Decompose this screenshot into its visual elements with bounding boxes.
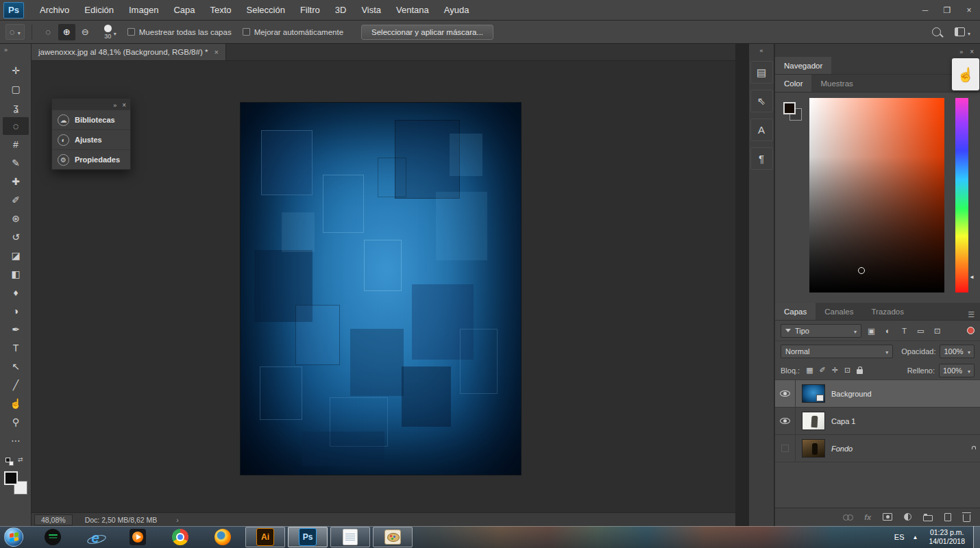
tab-muestras[interactable]: Muestras xyxy=(811,75,861,92)
swap-colors-icon[interactable]: ⇄ xyxy=(18,456,23,463)
collapse-panel-icon[interactable] xyxy=(113,98,117,110)
layer-filter-type-select[interactable]: Tipo xyxy=(781,324,861,338)
tab-trazados[interactable]: Trazados xyxy=(862,303,913,320)
dock-collapse-header[interactable] xyxy=(749,44,774,55)
layer-name[interactable]: Fondo xyxy=(831,445,853,453)
taskbar-clock[interactable]: 01:23 p.m. 14/01/2018 xyxy=(929,528,965,546)
brush-tool[interactable]: ✐ xyxy=(3,191,29,209)
hand-gesture-icon[interactable]: ☝ xyxy=(952,58,979,90)
workspace-switcher[interactable] xyxy=(955,26,970,38)
collections-panel-icon[interactable]: ▤ xyxy=(750,61,773,84)
menu-archivo[interactable]: Archivo xyxy=(32,0,77,21)
opacity-field[interactable]: 100% xyxy=(940,345,975,358)
tab-close-icon[interactable]: × xyxy=(214,48,218,56)
line-tool[interactable]: ╱ xyxy=(3,376,29,394)
close-button[interactable]: × xyxy=(958,0,980,20)
menu-ventana[interactable]: Ventana xyxy=(389,0,437,21)
taskbar-photoshop[interactable]: Ps xyxy=(288,527,328,547)
menu-imagen[interactable]: Imagen xyxy=(121,0,166,21)
blend-mode-select[interactable]: Normal xyxy=(781,345,893,358)
collapse-toolbar-icon[interactable] xyxy=(4,47,8,53)
move-tool[interactable]: ✛ xyxy=(3,62,29,79)
type-tool[interactable]: T xyxy=(3,339,29,357)
foreground-color-swatch[interactable] xyxy=(4,471,18,485)
crop-tool[interactable]: # xyxy=(3,136,29,153)
status-chevron-icon[interactable]: › xyxy=(176,516,179,524)
link-layers-icon[interactable] xyxy=(843,514,853,520)
new-layer-icon[interactable] xyxy=(944,513,951,521)
character-panel-icon[interactable]: A xyxy=(750,119,773,141)
document-tab[interactable]: jawenoxxx.jpg al 48,1% (Background, RGB/… xyxy=(32,44,226,60)
layer-row-capa1[interactable]: Capa 1 xyxy=(775,408,980,435)
add-to-selection-mode-button[interactable]: ⊕ xyxy=(58,24,75,40)
healing-brush-tool[interactable]: ✚ xyxy=(3,173,29,190)
hue-slider[interactable] xyxy=(955,98,968,292)
lock-image-pixels-icon[interactable]: ✐ xyxy=(820,366,826,374)
paragraph-panel-icon[interactable]: ¶ xyxy=(750,147,773,170)
lock-all-icon[interactable] xyxy=(857,369,863,374)
close-dock-icon[interactable] xyxy=(970,45,974,57)
lock-transparent-pixels-icon[interactable]: ▦ xyxy=(806,366,813,374)
tool-preset-picker[interactable]: ◌ xyxy=(5,24,25,40)
collapse-dock-icon[interactable] xyxy=(959,45,963,57)
add-layer-mask-icon[interactable] xyxy=(883,513,892,521)
panel-menu-icon[interactable] xyxy=(968,308,975,320)
layer-fx-icon[interactable]: fx xyxy=(864,513,871,521)
clone-stamp-tool[interactable]: ⊛ xyxy=(3,210,29,227)
hand-tool[interactable]: ☝ xyxy=(3,395,29,412)
visibility-cell[interactable] xyxy=(775,408,796,435)
taskbar-internet-explorer[interactable]: e xyxy=(75,527,115,547)
filter-smart-object-icon[interactable]: ⊡ xyxy=(931,324,944,337)
quick-selection-tool[interactable]: ◌ xyxy=(3,117,29,135)
pen-tool[interactable]: ✒ xyxy=(3,321,29,338)
saturation-brightness-field[interactable] xyxy=(809,98,944,292)
zoom-tool[interactable]: ⚲ xyxy=(3,413,29,431)
tray-expand-icon[interactable]: ▲ xyxy=(913,534,918,540)
menu-texto[interactable]: Texto xyxy=(202,0,238,21)
sample-all-layers-checkbox[interactable]: Muestrear todas las capas xyxy=(127,28,232,36)
taskbar-illustrator[interactable]: Ai xyxy=(245,527,285,547)
cursors-panel-icon[interactable]: ⇖ xyxy=(750,90,773,112)
eyedropper-tool[interactable]: ✎ xyxy=(3,154,29,172)
canvas-pasteboard[interactable]: ☁ Bibliotecas ◐ Ajustes ⚙ Propiedades xyxy=(32,61,735,512)
layer-row-fondo[interactable]: Fondo xyxy=(775,435,980,462)
menu-seleccion[interactable]: Selección xyxy=(239,0,293,21)
zoom-level-field[interactable]: 48,08% xyxy=(34,514,73,525)
adjustments-panel-item[interactable]: ◐ Ajustes xyxy=(52,129,130,149)
select-and-mask-button[interactable]: Seleccionar y aplicar máscara... xyxy=(361,25,493,40)
search-icon[interactable] xyxy=(932,27,941,36)
fill-field[interactable]: 100% xyxy=(939,364,975,377)
gradient-tool[interactable]: ◧ xyxy=(3,265,29,283)
filter-shape-layers-icon[interactable]: ▭ xyxy=(914,324,927,337)
taskbar-firefox[interactable] xyxy=(203,527,243,547)
menu-3d[interactable]: 3D xyxy=(328,0,354,21)
subtract-from-selection-mode-button[interactable]: ⊖ xyxy=(77,24,94,40)
eraser-tool[interactable]: ◪ xyxy=(3,247,29,264)
dodge-tool[interactable]: ◑ xyxy=(3,302,29,320)
layer-thumbnail[interactable] xyxy=(802,439,825,458)
filter-adjustment-layers-icon[interactable]: ◐ xyxy=(881,324,894,337)
auto-enhance-checkbox[interactable]: Mejorar automáticamente xyxy=(243,28,343,36)
filter-toggle-icon[interactable] xyxy=(967,327,975,334)
path-selection-tool[interactable]: ↖ xyxy=(3,358,29,375)
menu-ayuda[interactable]: Ayuda xyxy=(437,0,477,21)
lock-artboard-icon[interactable]: ⊡ xyxy=(844,366,850,374)
visibility-cell[interactable] xyxy=(775,435,796,462)
history-brush-tool[interactable]: ↺ xyxy=(3,228,29,246)
start-button[interactable] xyxy=(4,527,23,547)
document-image[interactable] xyxy=(241,103,521,475)
visibility-cell[interactable] xyxy=(775,380,796,408)
menu-edicion[interactable]: Edición xyxy=(77,0,121,21)
restore-button[interactable]: ❐ xyxy=(936,0,958,20)
tab-canales[interactable]: Canales xyxy=(816,303,862,320)
menu-filtro[interactable]: Filtro xyxy=(293,0,328,21)
filter-pixel-layers-icon[interactable]: ▣ xyxy=(865,324,878,337)
lock-position-icon[interactable]: ✛ xyxy=(832,366,838,374)
language-indicator[interactable]: ES xyxy=(894,533,905,541)
layer-thumbnail[interactable] xyxy=(802,384,825,403)
show-desktop-button[interactable] xyxy=(973,526,980,548)
tab-navegador[interactable]: Navegador xyxy=(775,57,831,74)
close-panel-icon[interactable] xyxy=(122,98,126,110)
lasso-tool[interactable]: ʓ xyxy=(3,99,29,116)
edit-toolbar-icon[interactable]: ⋯ xyxy=(3,432,29,449)
